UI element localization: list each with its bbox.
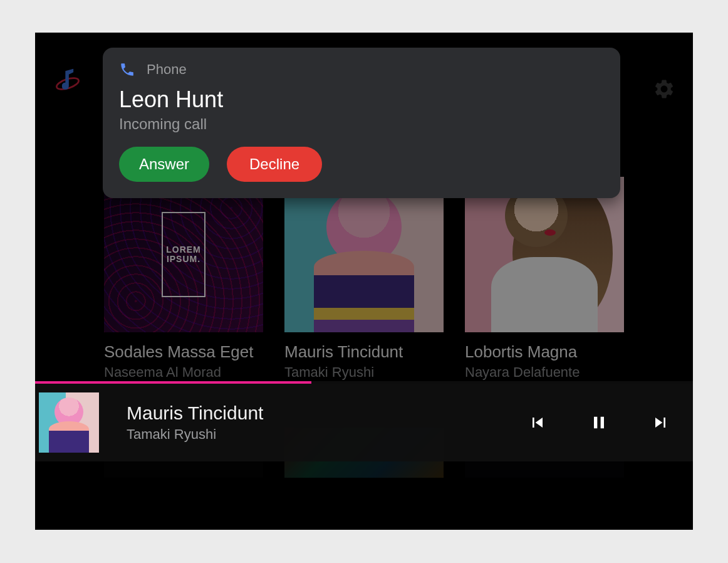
- playback-controls: [525, 410, 673, 435]
- caller-name: Leon Hunt: [119, 87, 604, 113]
- now-playing-bar[interactable]: Mauris Tincidunt Tamaki Ryushi: [35, 384, 693, 461]
- album-artist: Tamaki Ryushi: [284, 364, 444, 381]
- skip-next-button[interactable]: [648, 410, 673, 435]
- album-grid: LOREM IPSUM. Sodales Massa Eget Naseema …: [104, 177, 624, 381]
- album-card[interactable]: LOREM IPSUM. Sodales Massa Eget Naseema …: [104, 177, 263, 381]
- incoming-call-notification: Phone Leon Hunt Incoming call Answer Dec…: [103, 48, 620, 198]
- decline-button[interactable]: Decline: [227, 147, 322, 182]
- album-artist: Naseema Al Morad: [104, 364, 263, 381]
- album-title: Mauris Tincidunt: [284, 342, 444, 362]
- now-playing-art: [39, 392, 99, 453]
- album-card[interactable]: Mauris Tincidunt Tamaki Ryushi: [284, 177, 444, 381]
- notification-app-label: Phone: [147, 61, 187, 78]
- album-art: [284, 177, 444, 332]
- now-playing-title: Mauris Tincidunt: [127, 403, 525, 424]
- album-art: LOREM IPSUM.: [104, 177, 263, 332]
- now-playing-artist: Tamaki Ryushi: [127, 426, 525, 443]
- phone-icon: [119, 61, 135, 78]
- skip-previous-button[interactable]: [525, 410, 550, 435]
- now-playing-text: Mauris Tincidunt Tamaki Ryushi: [127, 403, 525, 443]
- album-card[interactable]: Lobortis Magna Nayara Delafuente: [465, 177, 624, 381]
- settings-button[interactable]: [653, 78, 675, 100]
- album-title: Lobortis Magna: [465, 342, 624, 362]
- call-status: Incoming call: [119, 115, 604, 133]
- album-art-text: LOREM IPSUM.: [163, 245, 204, 265]
- answer-button[interactable]: Answer: [119, 147, 209, 182]
- device-screen: LOREM IPSUM. Sodales Massa Eget Naseema …: [35, 33, 693, 530]
- album-art: [465, 177, 624, 332]
- app-logo: [54, 66, 81, 94]
- album-artist: Nayara Delafuente: [465, 364, 624, 381]
- album-title: Sodales Massa Eget: [104, 342, 263, 362]
- pause-button[interactable]: [586, 410, 611, 435]
